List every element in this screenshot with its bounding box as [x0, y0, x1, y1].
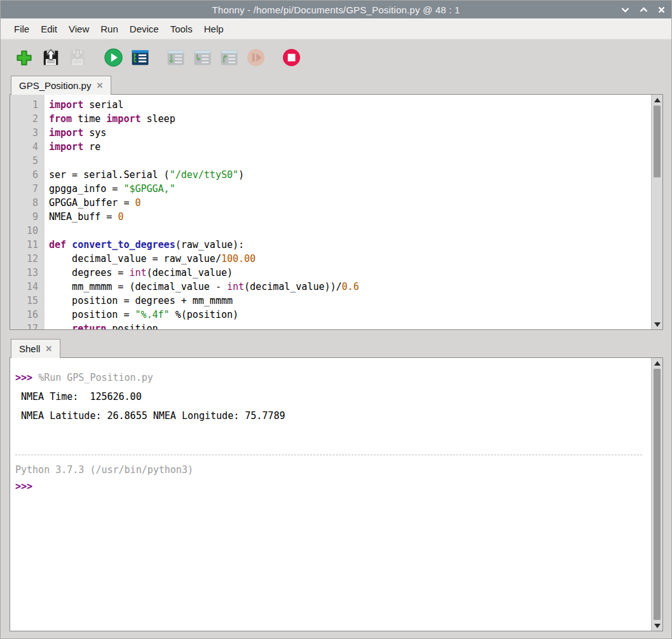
code-line[interactable]: decimal_value = raw_value/100.00 [49, 252, 651, 266]
line-number: 10 [10, 224, 45, 238]
menu-item-help[interactable]: Help [198, 21, 230, 37]
bottom-strip [1, 631, 671, 639]
code-line[interactable]: NMEA_buff = 0 [49, 210, 651, 224]
menu-item-run[interactable]: Run [95, 21, 124, 37]
editor-panel: 1234567891011121314151617 import serialf… [10, 94, 663, 330]
line-number: 17 [10, 322, 45, 330]
scroll-down-arrow-icon[interactable] [652, 621, 663, 631]
menu-item-view[interactable]: View [63, 21, 95, 37]
menubar: FileEditViewRunDeviceToolsHelp [1, 18, 671, 39]
shell-tabstrip: Shell ✕ [1, 339, 671, 358]
code-line[interactable]: degrees = int(decimal_value) [49, 266, 651, 280]
code-line[interactable]: import serial [49, 98, 651, 112]
step-over-icon [166, 48, 186, 67]
debug-script-icon [130, 48, 150, 67]
line-number: 16 [10, 308, 45, 322]
shell-line: NMEA Time: 125626.00 [15, 387, 651, 406]
shell-line: >>> [15, 478, 651, 495]
line-number: 1 [10, 98, 45, 112]
editor-tabstrip: GPS_Position.py ✕ [1, 76, 671, 95]
shell-separator [15, 455, 642, 455]
line-number: 14 [10, 280, 45, 294]
menu-item-edit[interactable]: Edit [35, 21, 63, 37]
line-number: 9 [10, 210, 45, 224]
step-out-button [218, 47, 240, 69]
line-number: 4 [10, 140, 45, 154]
line-number: 12 [10, 252, 45, 266]
stop-restart-icon [282, 48, 301, 67]
resume-button [245, 47, 266, 69]
load-file-icon [41, 48, 60, 67]
editor-scrollbar-thumb[interactable] [654, 106, 661, 177]
line-number: 8 [10, 196, 45, 210]
chevron-down-icon [621, 7, 629, 13]
shell-line: Python 3.7.3 (/usr/bin/python3) [15, 462, 651, 478]
line-number: 3 [10, 126, 45, 140]
new-file-button[interactable] [13, 47, 35, 69]
scroll-down-arrow-icon[interactable] [652, 319, 663, 329]
step-over-button [165, 47, 186, 69]
tab-shell[interactable]: Shell ✕ [11, 339, 60, 358]
close-button[interactable] [658, 6, 665, 13]
minimize-button[interactable] [621, 7, 629, 13]
code-line[interactable]: position = degrees + mm_mmmm [49, 294, 651, 308]
scroll-up-arrow-icon[interactable] [652, 95, 663, 105]
stop-restart-button[interactable] [280, 47, 302, 69]
line-number: 6 [10, 168, 45, 182]
step-out-icon [219, 48, 239, 67]
menu-item-device[interactable]: Device [124, 21, 165, 37]
shell-tab-label: Shell [19, 343, 40, 354]
thonny-window: Thonny - /home/pi/Documents/GPS_Position… [0, 0, 672, 639]
close-icon [658, 6, 665, 13]
save-file-button [67, 47, 88, 69]
menu-item-file[interactable]: File [8, 21, 35, 37]
chevron-up-icon [640, 7, 648, 13]
line-number: 5 [10, 154, 45, 168]
code-line[interactable]: gpgga_info = "$GPGGA," [49, 182, 651, 196]
shell-scrollbar-thumb[interactable] [654, 369, 661, 620]
line-number: 13 [10, 266, 45, 280]
line-number: 11 [10, 238, 45, 252]
code-line[interactable]: return position [49, 322, 651, 329]
code-line[interactable]: GPGGA_buffer = 0 [49, 196, 651, 210]
shell-tab-close-icon[interactable]: ✕ [45, 344, 52, 354]
tab-gps-position[interactable]: GPS_Position.py ✕ [11, 76, 111, 95]
line-number: 15 [10, 294, 45, 308]
code-line[interactable] [49, 224, 651, 238]
shell-panel: >>> %Run GPS_Position.py NMEA Time: 1256… [10, 357, 663, 631]
titlebar[interactable]: Thonny - /home/pi/Documents/GPS_Position… [1, 1, 671, 18]
shell-line: NMEA Latitude: 26.8655 NMEA Longitude: 7… [15, 406, 651, 425]
editor-scrollbar[interactable] [651, 95, 662, 329]
toolbar [1, 39, 671, 76]
debug-script-button[interactable] [129, 47, 151, 69]
line-number: 7 [10, 182, 45, 196]
line-number: 2 [10, 112, 45, 126]
run-script-button[interactable] [102, 47, 124, 69]
code-area[interactable]: import serialfrom time import sleepimpor… [45, 95, 651, 329]
save-file-icon [68, 48, 87, 67]
line-number-gutter: 1234567891011121314151617 [10, 95, 45, 329]
window-title: Thonny - /home/pi/Documents/GPS_Position… [212, 4, 460, 15]
code-line[interactable]: ser = serial.Serial ("/dev/ttyS0") [49, 168, 651, 182]
code-line[interactable]: import re [49, 140, 651, 154]
new-file-icon [15, 48, 34, 67]
code-line[interactable]: from time import sleep [49, 112, 651, 126]
run-script-icon [104, 48, 123, 67]
shell-scrollbar[interactable] [651, 358, 662, 631]
code-line[interactable]: position = "%.4f" %(position) [49, 308, 651, 322]
shell-line: >>> %Run GPS_Position.py [15, 368, 651, 387]
menu-item-tools[interactable]: Tools [165, 21, 198, 37]
scroll-up-arrow-icon[interactable] [652, 358, 663, 368]
maximize-button[interactable] [640, 7, 648, 13]
step-into-icon [193, 48, 212, 67]
code-line[interactable] [49, 154, 651, 168]
shell-content[interactable]: >>> %Run GPS_Position.py NMEA Time: 1256… [10, 358, 651, 631]
editor-tab-close-icon[interactable]: ✕ [96, 81, 103, 90]
resume-icon [246, 48, 266, 67]
load-file-button[interactable] [40, 47, 62, 69]
step-into-button [191, 47, 213, 69]
code-line[interactable]: import sys [49, 126, 651, 140]
code-line[interactable]: def convert_to_degrees(raw_value): [49, 238, 651, 252]
code-line[interactable]: mm_mmmm = (decimal_value - int(decimal_v… [49, 280, 651, 294]
editor-tab-label: GPS_Position.py [19, 80, 91, 91]
